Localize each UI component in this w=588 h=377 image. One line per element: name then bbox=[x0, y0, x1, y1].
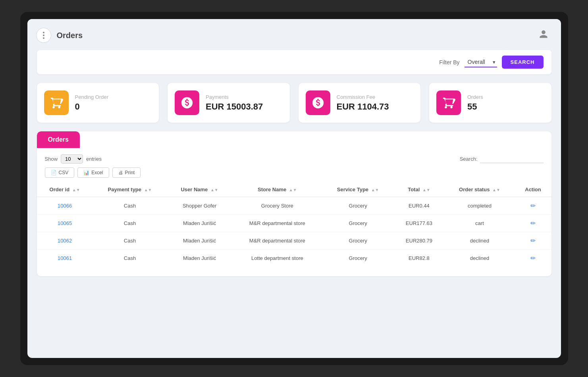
header-left: Orders bbox=[36, 28, 83, 43]
table-row: 10061 Cash Mladen Jurišić Lotte departme… bbox=[37, 250, 551, 267]
cell-store-name: M&R departmental store bbox=[232, 232, 322, 250]
filter-by-label: Filter By bbox=[439, 59, 459, 65]
sort-icon: ▲▼ bbox=[289, 188, 297, 192]
search-button[interactable]: SEARCH bbox=[502, 56, 544, 69]
dollar-circle-icon bbox=[311, 96, 325, 110]
csv-icon: 📄 bbox=[51, 170, 57, 175]
pending-order-info: Pending Order 0 bbox=[75, 94, 109, 112]
table-head: Order id ▲▼ Payment type ▲▼ User Name ▲▼ bbox=[37, 183, 551, 197]
edit-button[interactable]: ✏ bbox=[530, 219, 536, 227]
commission-info: Commission Fee EUR 1104.73 bbox=[337, 94, 389, 112]
cell-action: ✏ bbox=[515, 215, 551, 232]
cell-total: EUR82.8 bbox=[393, 250, 444, 267]
orders-controls: Show 10 25 50 100 entries Search: bbox=[37, 148, 551, 167]
orders-icon-box bbox=[436, 90, 461, 115]
show-entries: Show 10 25 50 100 entries bbox=[45, 154, 102, 163]
cell-total: EUR177.63 bbox=[393, 215, 444, 232]
csv-button[interactable]: 📄 CSV bbox=[45, 167, 75, 178]
edit-button[interactable]: ✏ bbox=[530, 237, 536, 244]
table-search-box: Search: bbox=[460, 155, 544, 163]
cart2-icon bbox=[442, 96, 455, 110]
cell-payment-type: Cash bbox=[93, 215, 167, 232]
payments-icon-box bbox=[175, 90, 199, 115]
payments-info: Payments EUR 15003.87 bbox=[206, 94, 263, 112]
cell-store-name: Lotte department store bbox=[232, 250, 322, 267]
table-row: 10066 Cash Shopper Gofer Grocery Store G… bbox=[37, 197, 551, 215]
pending-order-icon-box bbox=[44, 90, 69, 115]
stat-card-commission: Commission Fee EUR 1104.73 bbox=[299, 83, 421, 123]
sort-icon: ▲▼ bbox=[72, 188, 80, 192]
cell-action: ✏ bbox=[515, 197, 551, 215]
orders-section: Orders Show 10 25 50 100 entries Search: bbox=[37, 131, 551, 276]
cell-store-name: M&R departmental store bbox=[232, 215, 322, 232]
orders-count-label: Orders bbox=[467, 94, 483, 100]
filter-select[interactable]: Overall Daily Weekly Monthly bbox=[465, 57, 497, 67]
print-icon: 🖨 bbox=[118, 170, 123, 175]
col-header-order-status[interactable]: Order status ▲▼ bbox=[444, 183, 515, 197]
show-count-select[interactable]: 10 25 50 100 bbox=[61, 154, 83, 163]
col-header-service-type[interactable]: Service Type ▲▼ bbox=[322, 183, 394, 197]
col-header-user-name[interactable]: User Name ▲▼ bbox=[167, 183, 232, 197]
stat-card-pending: Pending Order 0 bbox=[37, 83, 159, 123]
commission-icon-box bbox=[306, 90, 330, 115]
cell-action: ✏ bbox=[515, 232, 551, 250]
dot-icon bbox=[43, 37, 44, 39]
user-icon[interactable] bbox=[539, 29, 548, 41]
menu-button[interactable] bbox=[36, 28, 51, 43]
print-button[interactable]: 🖨 Print bbox=[112, 167, 141, 178]
cell-order-id: 10061 bbox=[37, 250, 93, 267]
filter-select-wrapper[interactable]: Overall Daily Weekly Monthly bbox=[465, 57, 497, 67]
cell-service-type: Grocery bbox=[322, 232, 394, 250]
payments-value: EUR 15003.87 bbox=[206, 102, 263, 112]
cell-service-type: Grocery bbox=[322, 197, 394, 215]
cell-total: EUR0.44 bbox=[393, 197, 444, 215]
cell-order-status: cart bbox=[444, 215, 515, 232]
commission-value: EUR 1104.73 bbox=[337, 102, 389, 112]
cell-order-status: completed bbox=[444, 197, 515, 215]
cell-user-name: Shopper Gofer bbox=[167, 197, 232, 215]
cell-service-type: Grocery bbox=[322, 250, 394, 267]
stat-card-payments: Payments EUR 15003.87 bbox=[168, 83, 290, 123]
cell-user-name: Mladen Jurišić bbox=[167, 250, 232, 267]
dollar-icon bbox=[180, 96, 194, 110]
sort-icon: ▲▼ bbox=[422, 188, 430, 192]
cell-total: EUR280.79 bbox=[393, 232, 444, 250]
table-header-row: Order id ▲▼ Payment type ▲▼ User Name ▲▼ bbox=[37, 183, 551, 197]
sort-icon: ▲▼ bbox=[144, 188, 152, 192]
col-header-order-id[interactable]: Order id ▲▼ bbox=[37, 183, 93, 197]
cell-payment-type: Cash bbox=[93, 232, 167, 250]
search-label: Search: bbox=[460, 156, 478, 162]
excel-icon: 📊 bbox=[83, 170, 89, 175]
col-header-payment-type[interactable]: Payment type ▲▼ bbox=[93, 183, 167, 197]
sort-icon: ▲▼ bbox=[492, 188, 500, 192]
export-buttons: 📄 CSV 📊 Excel 🖨 Print bbox=[37, 167, 551, 183]
col-header-total[interactable]: Total ▲▼ bbox=[393, 183, 444, 197]
cell-order-status: declined bbox=[444, 250, 515, 267]
cell-user-name: Mladen Jurišić bbox=[167, 215, 232, 232]
edit-button[interactable]: ✏ bbox=[530, 254, 536, 262]
orders-tab-label: Orders bbox=[37, 131, 80, 148]
dot-icon bbox=[43, 32, 44, 33]
page-title: Orders bbox=[57, 31, 83, 40]
cell-payment-type: Cash bbox=[93, 197, 167, 215]
sort-icon: ▲▼ bbox=[210, 188, 218, 192]
table-search-input[interactable] bbox=[480, 155, 544, 163]
cart-icon bbox=[50, 96, 63, 110]
col-header-store-name[interactable]: Store Name ▲▼ bbox=[232, 183, 322, 197]
edit-button[interactable]: ✏ bbox=[530, 202, 536, 210]
orders-count-info: Orders 55 bbox=[467, 94, 483, 112]
cell-service-type: Grocery bbox=[322, 215, 394, 232]
app-header: Orders bbox=[27, 19, 561, 50]
pending-order-label: Pending Order bbox=[75, 94, 109, 100]
orders-table: Order id ▲▼ Payment type ▲▼ User Name ▲▼ bbox=[37, 183, 551, 267]
payments-label: Payments bbox=[206, 94, 263, 100]
sort-icon: ▲▼ bbox=[371, 188, 379, 192]
show-label: Show bbox=[45, 156, 58, 162]
pending-order-value: 0 bbox=[75, 102, 109, 112]
excel-button[interactable]: 📊 Excel bbox=[77, 167, 109, 178]
table-row: 10062 Cash Mladen Jurišić M&R department… bbox=[37, 232, 551, 250]
cell-order-id: 10066 bbox=[37, 197, 93, 215]
stat-card-orders: Orders 55 bbox=[429, 83, 551, 123]
table-row: 10065 Cash Mladen Jurišić M&R department… bbox=[37, 215, 551, 232]
cell-user-name: Mladen Jurišić bbox=[167, 232, 232, 250]
